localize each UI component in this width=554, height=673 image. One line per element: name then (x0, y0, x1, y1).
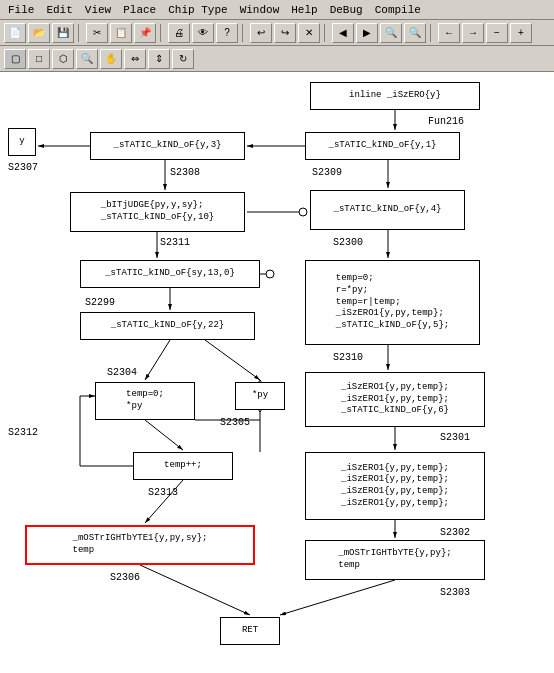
menubar: File Edit View Place Chip Type Window He… (0, 0, 554, 20)
node-text-n17: RET (238, 623, 262, 639)
node-text-n1: inline _iSzERO{y} (345, 88, 445, 104)
label-l1: Fun216 (428, 116, 464, 127)
node-text-n15: _mOSTrIGHTbYTE1{y,py,sy}; temp (68, 531, 211, 558)
tb-zoomout[interactable]: 🔍 (404, 23, 426, 43)
node-text-n14: _iSzERO1{y,py,temp}; _iSzERO1{y,py,temp}… (337, 461, 453, 512)
label-l4: S2307 (8, 162, 38, 173)
node-n2[interactable]: _sTATIC_kIND_oF{y,1} (305, 132, 460, 160)
tb-print[interactable]: 🖨 (168, 23, 190, 43)
tb-undo[interactable]: ↩ (250, 23, 272, 43)
label-l15: S2306 (110, 572, 140, 583)
menu-chiptype[interactable]: Chip Type (162, 3, 233, 17)
svg-line-12 (205, 340, 260, 380)
node-text-n12: _iSzERO1{y,py,temp}; _iSzERO1{y,py,temp}… (337, 380, 453, 419)
label-l11: S2301 (440, 432, 470, 443)
tb-hand[interactable]: ✋ (100, 49, 122, 69)
menu-view[interactable]: View (79, 3, 117, 17)
tb-delete[interactable]: ✕ (298, 23, 320, 43)
tb-flip-h[interactable]: ⇔ (124, 49, 146, 69)
tb-save[interactable]: 💾 (52, 23, 74, 43)
tb-forward[interactable]: ▶ (356, 23, 378, 43)
tb-sep3 (242, 24, 246, 42)
label-l16: S2303 (440, 587, 470, 598)
node-text-n16: _mOSTrIGHTbYTE{y,py}; temp (334, 546, 455, 573)
node-text-n10: temp=0; *py (122, 387, 168, 414)
tb-sep2 (160, 24, 164, 42)
tb-rotate[interactable]: ↻ (172, 49, 194, 69)
node-n10[interactable]: temp=0; *py (95, 382, 195, 420)
toolbar-row2: ▢ □ ⬡ 🔍 ✋ ⇔ ⇕ ↻ (0, 46, 554, 72)
menu-compile[interactable]: Compile (369, 3, 427, 17)
label-l12: S2312 (8, 427, 38, 438)
node-n14[interactable]: _iSzERO1{y,py,temp}; _iSzERO1{y,py,temp}… (305, 452, 485, 520)
label-l6: S2311 (160, 237, 190, 248)
tb-minus[interactable]: − (486, 23, 508, 43)
tb-open[interactable]: 📂 (28, 23, 50, 43)
node-text-n8: temp=0; r=*py; temp=r|temp; _iSzERO1{y,p… (332, 271, 453, 333)
menu-edit[interactable]: Edit (40, 3, 78, 17)
tb-copy[interactable]: 📋 (110, 23, 132, 43)
tb-preview[interactable]: 👁 (192, 23, 214, 43)
node-text-n3: _sTATIC_kIND_oF{y,3} (109, 138, 225, 154)
tb-sep5 (430, 24, 434, 42)
node-text-n11: *py (248, 388, 272, 404)
node-n9[interactable]: _sTATIC_kIND_oF{y,22} (80, 312, 255, 340)
svg-line-11 (145, 340, 170, 380)
svg-line-20 (280, 580, 395, 615)
label-l10: S2305 (220, 417, 250, 428)
node-text-n7: _sTATIC_kIND_oF{sy,13,0} (101, 266, 239, 282)
tb-select[interactable]: ▢ (4, 49, 26, 69)
tb-flip-v[interactable]: ⇕ (148, 49, 170, 69)
menu-debug[interactable]: DeBug (324, 3, 369, 17)
label-l3: S2308 (170, 167, 200, 178)
tb-sep4 (324, 24, 328, 42)
node-n12[interactable]: _iSzERO1{y,py,temp}; _iSzERO1{y,py,temp}… (305, 372, 485, 427)
tb-back[interactable]: ◀ (332, 23, 354, 43)
svg-line-19 (140, 565, 250, 615)
node-n4[interactable]: y (8, 128, 36, 156)
tb-chip[interactable]: ⬡ (52, 49, 74, 69)
node-n17[interactable]: RET (220, 617, 280, 645)
tb-plus[interactable]: + (510, 23, 532, 43)
node-n7[interactable]: _sTATIC_kIND_oF{sy,13,0} (80, 260, 260, 288)
menu-place[interactable]: Place (117, 3, 162, 17)
tb-new[interactable]: 📄 (4, 23, 26, 43)
tb-right[interactable]: → (462, 23, 484, 43)
tb-cut[interactable]: ✂ (86, 23, 108, 43)
node-n3[interactable]: _sTATIC_kIND_oF{y,3} (90, 132, 245, 160)
node-n6[interactable]: _sTATIC_kIND_oF{y,4} (310, 190, 465, 230)
node-text-n4: y (15, 134, 28, 150)
tb-zoom-area[interactable]: 🔍 (76, 49, 98, 69)
tb-help[interactable]: ? (216, 23, 238, 43)
svg-line-15 (145, 420, 183, 450)
menu-file[interactable]: File (2, 3, 40, 17)
node-text-n13: temp++; (160, 458, 206, 474)
diagram-canvas[interactable]: inline _iSzERO{y}_sTATIC_kIND_oF{y,1}_sT… (0, 72, 554, 673)
node-n5[interactable]: _bITjUDGE{py,y,sy}; _sTATIC_kIND_oF{y,10… (70, 192, 245, 232)
tb-paste[interactable]: 📌 (134, 23, 156, 43)
node-n16[interactable]: _mOSTrIGHTbYTE{y,py}; temp (305, 540, 485, 580)
node-n11[interactable]: *py (235, 382, 285, 410)
label-l9: S2304 (107, 367, 137, 378)
svg-point-22 (299, 208, 307, 216)
node-n15[interactable]: _mOSTrIGHTbYTE1{y,py,sy}; temp (25, 525, 255, 565)
svg-point-24 (266, 270, 274, 278)
label-l7: S2299 (85, 297, 115, 308)
toolbar-row1: 📄 📂 💾 ✂ 📋 📌 🖨 👁 ? ↩ ↪ ✕ ◀ ▶ 🔍 🔍 ← → − + (0, 20, 554, 46)
node-n8[interactable]: temp=0; r=*py; temp=r|temp; _iSzERO1{y,p… (305, 260, 480, 345)
label-l2: S2309 (312, 167, 342, 178)
menu-window[interactable]: Window (234, 3, 286, 17)
label-l14: S2302 (440, 527, 470, 538)
menu-help[interactable]: Help (285, 3, 323, 17)
label-l5: S2300 (333, 237, 363, 248)
tb-zoomin[interactable]: 🔍 (380, 23, 402, 43)
node-n13[interactable]: temp++; (133, 452, 233, 480)
node-text-n9: _sTATIC_kIND_oF{y,22} (107, 318, 228, 334)
tb-rect[interactable]: □ (28, 49, 50, 69)
tb-redo[interactable]: ↪ (274, 23, 296, 43)
node-text-n6: _sTATIC_kIND_oF{y,4} (329, 202, 445, 218)
node-text-n5: _bITjUDGE{py,y,sy}; _sTATIC_kIND_oF{y,10… (97, 198, 218, 225)
tb-sep1 (78, 24, 82, 42)
node-n1[interactable]: inline _iSzERO{y} (310, 82, 480, 110)
tb-left[interactable]: ← (438, 23, 460, 43)
